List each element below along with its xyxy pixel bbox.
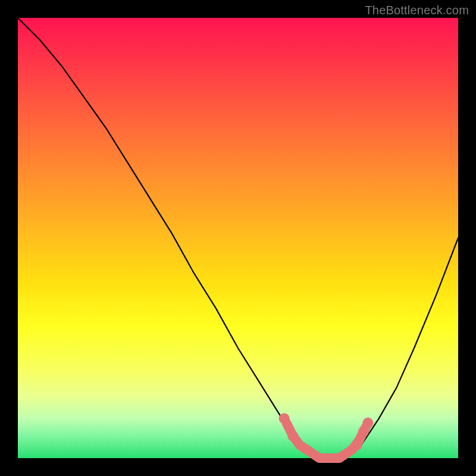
bottleneck-curve [18, 18, 458, 458]
optimal-zone-band [286, 423, 365, 458]
chart-svg [18, 18, 458, 458]
optimal-zone-dot [279, 413, 290, 424]
watermark-text: TheBottleneck.com [365, 4, 469, 17]
optimal-zone-dots [279, 413, 374, 450]
optimal-zone-dot [288, 431, 299, 441]
optimal-zone-dot [362, 418, 373, 428]
optimal-zone-dot [352, 440, 362, 450]
chart-frame: TheBottleneck.com [0, 0, 476, 476]
